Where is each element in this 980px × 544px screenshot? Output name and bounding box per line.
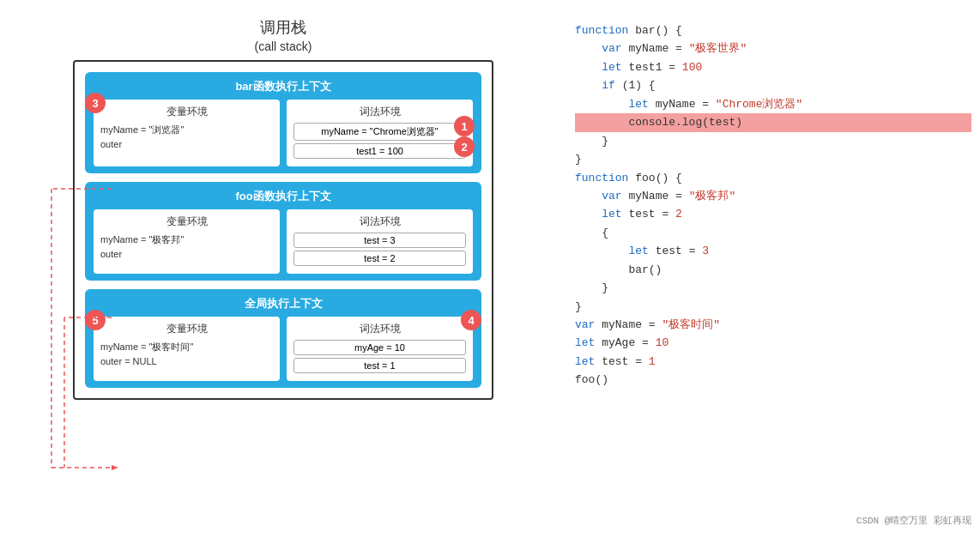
foo-var-label: 变量环境 — [100, 215, 273, 229]
foo-lex-item-2: test = 2 — [293, 251, 466, 266]
bar-ctx-inner: 变量环境 myName = "浏览器" outer 3 词法环境 myName … — [94, 100, 473, 166]
bar-lex-item-2: test1 = 100 — [293, 143, 466, 159]
bar-lex-item-1: myName = "Chrome浏览器" — [293, 123, 466, 141]
left-panel: 调用栈 (call stack) bar函数执行上下文 变量环境 myName … — [0, 9, 566, 535]
bar-var-content: myName = "浏览器" outer — [100, 123, 273, 151]
code-line-10: var myName = "极客邦" — [575, 187, 971, 205]
global-var-label: 变量环境 — [100, 322, 273, 336]
foo-var-content: myName = "极客邦" outer — [100, 233, 273, 261]
code-line-12: { — [575, 224, 971, 242]
main-container: 调用栈 (call stack) bar函数执行上下文 变量环境 myName … — [0, 0, 980, 544]
watermark: CSDN @晴空万里 彩虹再现 — [856, 513, 971, 529]
foo-lexical-env: 词法环境 test = 3 test = 2 — [287, 209, 473, 274]
global-var-content: myName = "极客时间" outer = NULL — [100, 340, 273, 368]
code-line-15: } — [575, 279, 971, 297]
badge-1: 1 — [454, 116, 475, 136]
global-context: 全局执行上下文 变量环境 myName = "极客时间" outer = NUL… — [85, 289, 481, 388]
code-line-8: } — [575, 150, 971, 168]
global-variable-env: 变量环境 myName = "极客时间" outer = NULL 5 — [94, 317, 280, 381]
bar-lex-item-1-wrap: myName = "Chrome浏览器" 1 — [293, 123, 466, 141]
foo-variable-env: 变量环境 myName = "极客邦" outer — [94, 209, 280, 274]
call-stack-outer: bar函数执行上下文 变量环境 myName = "浏览器" outer 3 — [73, 60, 493, 400]
code-line-19: let test = 1 — [575, 353, 971, 371]
bar-ctx-title: bar函数执行上下文 — [94, 79, 473, 94]
code-line-9: function foo() { — [575, 169, 971, 187]
code-block: function bar() { var myName = "极客世界" let… — [575, 21, 971, 390]
code-line-11: let test = 2 — [575, 205, 971, 223]
code-line-4: if (1) { — [575, 76, 971, 94]
code-line-5: let myName = "Chrome浏览器" — [575, 95, 971, 113]
foo-lex-item-1: test = 3 — [293, 233, 466, 248]
title-en: (call stack) — [255, 39, 312, 53]
bar-lexical-env: 词法环境 myName = "Chrome浏览器" 1 test1 = 100 … — [287, 100, 473, 166]
bar-context: bar函数执行上下文 变量环境 myName = "浏览器" outer 3 — [85, 72, 481, 173]
badge-2: 2 — [454, 136, 475, 157]
badge-3: 3 — [85, 93, 106, 113]
code-line-16: } — [575, 298, 971, 316]
global-lex-label: 词法环境 — [293, 322, 466, 336]
code-line-18: let myAge = 10 — [575, 334, 971, 352]
badge-4: 4 — [461, 310, 481, 330]
code-line-14: bar() — [575, 261, 971, 279]
foo-context: foo函数执行上下文 变量环境 myName = "极客邦" outer 词法环… — [85, 182, 481, 281]
code-line-1: function bar() { — [575, 21, 971, 39]
global-ctx-inner: 变量环境 myName = "极客时间" outer = NULL 5 词法环境… — [94, 317, 473, 381]
svg-marker-3 — [112, 465, 118, 470]
code-line-20: foo() — [575, 371, 971, 389]
title-zh: 调用栈 — [260, 17, 306, 38]
bar-var-label: 变量环境 — [100, 105, 273, 119]
foo-ctx-title: foo函数执行上下文 — [94, 189, 473, 204]
global-lexical-env: 词法环境 myAge = 10 test = 1 4 — [287, 317, 473, 381]
code-line-6: console.log(test) — [575, 113, 971, 131]
code-line-2: var myName = "极客世界" — [575, 39, 971, 57]
foo-lex-label: 词法环境 — [293, 215, 466, 229]
code-line-7: } — [575, 132, 971, 150]
global-lex-item-1: myAge = 10 — [293, 340, 466, 355]
bar-lex-item-2-wrap: test1 = 100 2 — [293, 143, 466, 159]
code-line-17: var myName = "极客时间" — [575, 316, 971, 334]
foo-ctx-inner: 变量环境 myName = "极客邦" outer 词法环境 test = 3 … — [94, 209, 473, 274]
code-line-13: let test = 3 — [575, 242, 971, 260]
global-lex-item-2: test = 1 — [293, 358, 466, 373]
bar-variable-env: 变量环境 myName = "浏览器" outer 3 — [94, 100, 280, 166]
right-panel: function bar() { var myName = "极客世界" let… — [566, 9, 980, 535]
badge-5: 5 — [85, 310, 106, 330]
code-line-3: let test1 = 100 — [575, 58, 971, 76]
global-ctx-title: 全局执行上下文 — [94, 296, 473, 311]
bar-lex-label: 词法环境 — [293, 105, 466, 119]
